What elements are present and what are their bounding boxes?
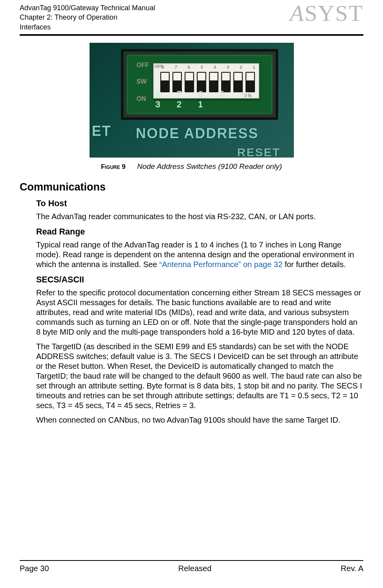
paragraph: Refer to the specific protocol documenta… [36, 288, 363, 337]
figure-image: ET NODE ADDRESS RESET OFF SW ON OFF O N … [90, 43, 294, 158]
subsection-read-range: Read Range [36, 227, 363, 237]
dip-num: 3 [227, 65, 229, 70]
pcb-numbers: 8 7 6 5 4 3 2 1 [156, 89, 271, 110]
figure-caption-text: Node Address Switches (9100 Reader only) [137, 162, 282, 170]
paragraph: The TargetID (as described in the SEMI E… [36, 342, 363, 410]
paragraph: The AdvanTag reader communicates to the … [36, 212, 363, 222]
dip-num: 4 [214, 65, 216, 70]
dip-switch-window: OFF SW ON OFF O N 1 2 3 4 5 [121, 49, 278, 120]
figure-number: Figure 9 [101, 163, 126, 170]
section-heading: Communications [20, 181, 363, 193]
panel-text-reset: RESET [237, 146, 280, 158]
footer-rule [20, 560, 363, 561]
dip-num: 2 [240, 65, 242, 70]
release-status: Released [178, 564, 212, 573]
section-path: Interfaces [20, 22, 155, 32]
revision: Rev. A [341, 564, 363, 573]
dip-num: 6 [188, 65, 190, 70]
label-off: OFF [137, 62, 149, 69]
figure-caption: Figure 9 Node Address Switches (9100 Rea… [101, 162, 282, 171]
dip-num: 1 [253, 65, 255, 70]
brand-logo: ASYST [290, 0, 363, 26]
dip-number-row: 1 2 3 4 5 6 7 8 [162, 65, 255, 70]
paragraph: Typical read range of the AdvanTag reade… [36, 240, 363, 269]
dip-num: 7 [175, 65, 177, 70]
text: for further details. [282, 260, 346, 269]
dip-num: 5 [201, 65, 203, 70]
label-sw: SW [137, 78, 147, 85]
dip-num: 8 [162, 65, 164, 70]
page-number: Page 30 [20, 564, 49, 573]
chapter-title: Chapter 2: Theory of Operation [20, 13, 155, 22]
subsection-to-host: To Host [36, 199, 363, 209]
panel-text-et: ET [92, 123, 112, 139]
panel-text-node: NODE ADDRESS [136, 125, 259, 142]
label-on: ON [137, 95, 146, 103]
paragraph: When connected on CANbus, no two AdvanTa… [36, 415, 363, 425]
cross-reference-link[interactable]: “Antenna Performance” on page 32 [159, 260, 283, 269]
subsection-secs-ascii: SECS/ASCII [36, 275, 363, 285]
doc-title: AdvanTag 9100/Gateway Technical Manual [20, 3, 155, 13]
